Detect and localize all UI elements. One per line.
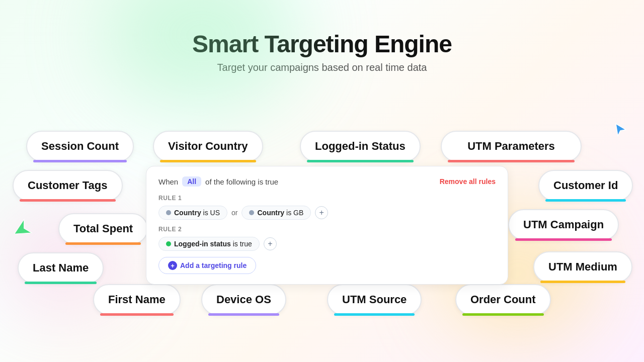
pill-order-count[interactable]: Order Count [455, 284, 551, 315]
dot-icon [249, 210, 254, 215]
dot-icon [166, 210, 171, 215]
pill-utm-campaign[interactable]: UTM Campaign [508, 209, 619, 240]
page-header: Smart Targeting Engine Target your campa… [192, 30, 452, 73]
pill-customer-id[interactable]: Customer Id [538, 170, 633, 201]
plus-circle-icon: + [168, 261, 177, 270]
cursor-icon [613, 122, 629, 138]
of-following-label: of the following is true [205, 177, 278, 186]
condition-text: Country is US [174, 209, 220, 217]
page-subtitle: Target your campaigns based on real time… [192, 62, 452, 73]
green-arrow-icon [6, 215, 38, 248]
all-badge[interactable]: All [182, 176, 201, 187]
rule-1-label: RULE 1 [158, 195, 496, 202]
pill-first-name[interactable]: First Name [93, 284, 181, 315]
page-title: Smart Targeting Engine [192, 30, 452, 58]
pill-utm-parameters[interactable]: UTM Parameters [441, 131, 582, 162]
remove-all-button[interactable]: Remove all rules [440, 177, 496, 186]
add-condition-button-2[interactable]: + [264, 237, 277, 250]
pill-last-name[interactable]: Last Name [18, 252, 104, 284]
rule-panel-header: When All of the following is true Remove… [158, 176, 496, 187]
when-row: When All of the following is true [158, 176, 278, 187]
svg-marker-0 [11, 219, 32, 240]
rule-panel: When All of the following is true Remove… [146, 166, 508, 285]
when-label: When [158, 177, 178, 186]
pill-device-os[interactable]: Device OS [201, 284, 286, 315]
condition-text: Country is GB [257, 209, 303, 217]
pill-utm-source[interactable]: UTM Source [327, 284, 422, 315]
rule-1-row: Country is US or Country is GB + [158, 206, 496, 220]
condition-text: Logged-in status is true [174, 240, 252, 248]
pill-utm-medium[interactable]: UTM Medium [533, 251, 632, 283]
condition-country-gb[interactable]: Country is GB [242, 206, 311, 220]
pill-visitor-country[interactable]: Visitor Country [153, 131, 263, 162]
condition-logged-in[interactable]: Logged-in status is true [158, 237, 260, 251]
or-connector: or [231, 209, 237, 217]
pill-customer-tags[interactable]: Customer Tags [13, 170, 123, 201]
pill-total-spent[interactable]: Total Spent [58, 213, 148, 244]
add-condition-button[interactable]: + [315, 206, 328, 219]
add-targeting-rule-button[interactable]: + Add a targeting rule [158, 257, 256, 274]
rule-2-row: Logged-in status is true + [158, 237, 496, 251]
pill-session-count[interactable]: Session Count [26, 131, 134, 162]
add-rule-label: Add a targeting rule [180, 261, 247, 269]
dot-icon [166, 241, 171, 246]
pill-logged-in-status[interactable]: Logged-in Status [300, 131, 421, 162]
rule-2-label: RULE 2 [158, 226, 496, 233]
condition-country-us[interactable]: Country is US [158, 206, 227, 220]
